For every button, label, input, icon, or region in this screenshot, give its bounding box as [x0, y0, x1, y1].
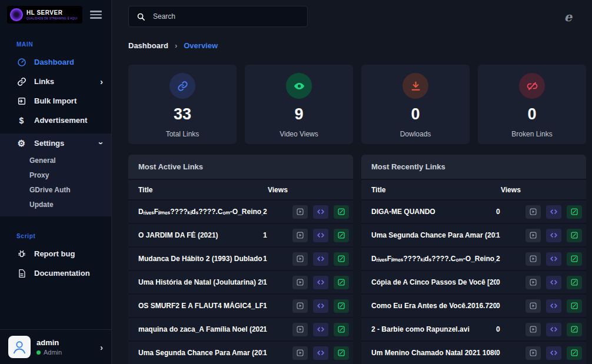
table-row: maquina do zaca_A Família Noel (202... 1 [128, 318, 353, 342]
sidebar-item-links[interactable]: Links › [0, 72, 111, 91]
edit-button[interactable] [567, 229, 582, 242]
embed-code-button[interactable] [546, 346, 561, 360]
sidebar-item-documentation[interactable]: Documentation [0, 263, 111, 283]
embed-code-button[interactable] [313, 323, 328, 336]
sidebar-subitem-gdrive-auth[interactable]: GDrive Auth [0, 182, 111, 197]
logo-tagline: QUALIDADE DE STREAMING É AQUI [26, 17, 77, 20]
embed-code-button[interactable] [546, 205, 561, 219]
embed-code-button[interactable] [546, 323, 561, 336]
sidebar-item-report-bug[interactable]: Report bug [0, 244, 111, 263]
link-views: 1 [496, 231, 526, 239]
nav-section-script-label: Script [0, 233, 111, 244]
link-views: 0 [496, 325, 526, 333]
embed-code-button[interactable] [546, 299, 561, 313]
sidebar-item-advertisement[interactable]: $ Advertisement [0, 111, 111, 130]
play-button[interactable] [526, 205, 541, 219]
link-views: 0 [496, 278, 526, 286]
link-title: DᵣᵢᵥₑₛFᵢₗₘₑₛ????ₖᵢdₛ????.Cₒₘ-O_Reino_Gel… [138, 208, 263, 216]
sidebar-subitem-proxy[interactable]: Proxy [0, 168, 111, 182]
browser-e-icon[interactable]: e [564, 11, 572, 23]
table-row: OS SMURF2 E A FLAUT4 MÁGIC4_LFA.... 1 [128, 295, 353, 318]
embed-code-button[interactable] [546, 229, 561, 242]
play-button[interactable] [292, 205, 308, 219]
table-row: Cópia de A Cinco Passos De Você [201... … [361, 271, 586, 295]
edit-button[interactable] [567, 252, 582, 266]
embed-code-button[interactable] [313, 299, 328, 313]
embed-code-button[interactable] [546, 276, 561, 289]
search-input[interactable] [152, 12, 300, 21]
play-button[interactable] [292, 252, 308, 266]
stat-card-broken-links: 0 Broken Links [478, 65, 586, 144]
table-row: DIGA-ME QUANDO 0 [361, 201, 586, 224]
stats-row: 33 Total Links 9 Video Views 0 Dowloads … [128, 65, 586, 144]
play-button[interactable] [526, 276, 541, 289]
link-title: Cópia de A Cinco Passos De Você [201... [371, 278, 496, 286]
edit-button[interactable] [334, 205, 349, 219]
sidebar-item-settings[interactable]: ⚙ Settings › [0, 133, 111, 153]
edit-button[interactable] [334, 323, 349, 336]
gear-icon: ⚙ [16, 139, 26, 148]
edit-button[interactable] [334, 252, 349, 266]
link-views: 1 [263, 325, 292, 333]
link-title: OS SMURF2 E A FLAUT4 MÁGIC4_LFA.... [138, 302, 263, 310]
dollar-icon: $ [16, 116, 26, 125]
broken-link-icon [519, 73, 545, 99]
link-views: 0 [496, 208, 526, 216]
table-row: Uma História de Natal (Joulutarina) 20..… [128, 271, 353, 295]
link-title: DᵣᵢᵥₑₛFᵢₗₘₑₛ????ₖᵢdₛ????.Cₒₘ-O_Reino_Gel… [371, 255, 496, 263]
sidebar-item-dashboard[interactable]: Dashboard [0, 52, 111, 72]
user-name: admin [36, 338, 62, 347]
play-button[interactable] [526, 252, 541, 266]
play-button[interactable] [526, 346, 541, 360]
sidebar-subitem-general[interactable]: General [0, 153, 111, 168]
table-row: 2 - Barbie como Rapunzel.avi 0 [361, 318, 586, 342]
embed-code-button[interactable] [313, 205, 328, 219]
edit-button[interactable] [567, 299, 582, 313]
embed-code-button[interactable] [313, 229, 328, 242]
edit-button[interactable] [567, 346, 582, 360]
edit-button[interactable] [567, 205, 582, 219]
search-box[interactable] [128, 6, 308, 27]
stat-value: 9 [294, 106, 303, 123]
link-views: 1 [263, 278, 292, 286]
chevron-right-icon: › [100, 342, 103, 352]
hamburger-menu-icon[interactable] [90, 9, 102, 21]
settings-group: ⚙ Settings › General Proxy GDrive Auth U… [0, 133, 111, 216]
link-title: Uma Segunda Chance Para Amar (201... [138, 349, 263, 357]
panel-title: Most Recently Links [361, 155, 586, 180]
embed-code-button[interactable] [313, 276, 328, 289]
play-button[interactable] [526, 323, 541, 336]
play-button[interactable] [292, 323, 308, 336]
embed-code-button[interactable] [546, 252, 561, 266]
play-button[interactable] [526, 299, 541, 313]
edit-button[interactable] [334, 346, 349, 360]
table-header-row: Title Views [128, 180, 353, 201]
stat-card-total-links: 33 Total Links [128, 65, 237, 144]
app-logo[interactable]: HL SERVER QUALIDADE DE STREAMING É AQUI [7, 6, 82, 24]
table-row: Uma Segunda Chance Para Amar (201... 1 [361, 224, 586, 248]
play-button[interactable] [526, 229, 541, 242]
edit-button[interactable] [567, 323, 582, 336]
breadcrumb-parent[interactable]: Dashboard [128, 41, 168, 50]
edit-button[interactable] [334, 229, 349, 242]
edit-button[interactable] [334, 276, 349, 289]
play-button[interactable] [292, 276, 308, 289]
search-icon [137, 12, 145, 21]
embed-code-button[interactable] [313, 346, 328, 360]
edit-button[interactable] [567, 276, 582, 289]
logo-title: HL SERVER [26, 9, 77, 16]
edit-button[interactable] [334, 299, 349, 313]
breadcrumb: Dashboard › Overview [128, 41, 586, 50]
embed-code-button[interactable] [313, 252, 328, 266]
content: Dashboard › Overview 33 Total Links 9 Vi… [112, 32, 592, 364]
tables-row: Most Active Links Title Views DᵣᵢᵥₑₛFᵢₗₘ… [128, 155, 586, 364]
link-title: Uma Segunda Chance Para Amar (201... [371, 231, 496, 239]
stat-card-video-views: 9 Video Views [245, 65, 353, 144]
sidebar-subitem-update[interactable]: Update [0, 197, 111, 212]
sidebar-item-bulk-import[interactable]: Bulk Import [0, 91, 111, 111]
play-button[interactable] [292, 229, 308, 242]
play-button[interactable] [292, 346, 308, 360]
play-button[interactable] [292, 299, 308, 313]
stat-value: 33 [174, 106, 191, 123]
user-card[interactable]: admin Admin › [0, 329, 111, 364]
